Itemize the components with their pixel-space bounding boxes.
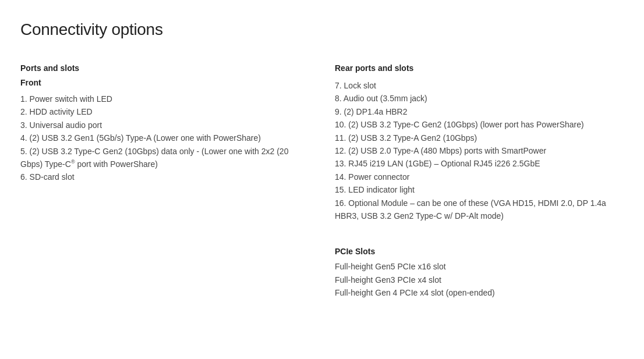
list-item: 9. (2) DP1.4a HBR2	[335, 105, 624, 118]
list-item: 16. Optional Module – can be one of thes…	[335, 197, 624, 223]
list-item: 6. SD-card slot	[20, 170, 300, 183]
list-item: 5. (2) USB 3.2 Type-C Gen2 (10Gbps) data…	[20, 145, 300, 171]
list-item: 3. Universal audio port	[20, 119, 300, 131]
pcie-label: PCIe Slots	[335, 246, 624, 258]
list-item: Full-height Gen5 PCIe x16 slot	[335, 260, 624, 273]
left-subsection-header: Front	[20, 77, 300, 89]
list-item: 7. Lock slot	[335, 79, 624, 92]
list-item: 4. (2) USB 3.2 Gen1 (5Gb/s) Type-A (Lowe…	[20, 131, 300, 144]
right-column: Rear ports and slots 7. Lock slot 8. Aud…	[323, 62, 624, 299]
page-container: Connectivity options Ports and slots Fro…	[0, 0, 644, 359]
pcie-section: PCIe Slots Full-height Gen5 PCIe x16 slo…	[335, 246, 624, 299]
list-item: Full-height Gen3 PCIe x4 slot	[335, 273, 624, 286]
list-item: 8. Audio out (3.5mm jack)	[335, 92, 624, 105]
page-title: Connectivity options	[20, 17, 624, 42]
list-item: 1. Power switch with LED	[20, 93, 300, 105]
right-item-list: 7. Lock slot 8. Audio out (3.5mm jack) 9…	[335, 79, 624, 222]
left-item-list: 1. Power switch with LED 2. HDD activity…	[20, 93, 300, 184]
list-item: 12. (2) USB 2.0 Type-A (480 Mbps) ports …	[335, 144, 624, 157]
pcie-item-list: Full-height Gen5 PCIe x16 slot Full-heig…	[335, 260, 624, 299]
list-item: 14. Power connector	[335, 170, 624, 183]
columns-wrapper: Ports and slots Front 1. Power switch wi…	[20, 62, 624, 299]
right-section-header: Rear ports and slots	[335, 62, 624, 74]
list-item: 13. RJ45 i219 LAN (1GbE) – Optional RJ45…	[335, 157, 624, 170]
left-column: Ports and slots Front 1. Power switch wi…	[20, 62, 323, 299]
list-item: 2. HDD activity LED	[20, 105, 300, 118]
left-section-header: Ports and slots	[20, 62, 300, 74]
list-item: Full-height Gen 4 PCIe x4 slot (open-end…	[335, 286, 624, 299]
list-item: 10. (2) USB 3.2 Type-C Gen2 (10Gbps) (lo…	[335, 118, 624, 131]
list-item: 11. (2) USB 3.2 Type-A Gen2 (10Gbps)	[335, 131, 624, 144]
list-item: 15. LED indicator light	[335, 183, 624, 196]
